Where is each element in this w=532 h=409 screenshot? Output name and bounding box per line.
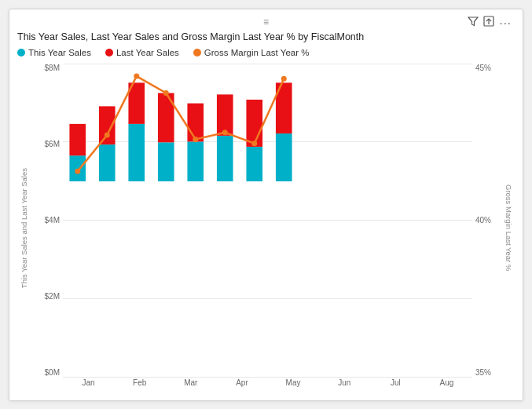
x-label-Feb: Feb [114,378,165,394]
y-axis-left-label: This Year Sales and Last Year Sales [20,168,28,288]
legend-dot-last-year [105,49,113,57]
gm-dot-Jan [75,168,80,173]
more-icon[interactable]: ··· [499,16,512,29]
svg-marker-0 [468,17,478,26]
bar-this-year-Jul [246,147,262,181]
y-tick-8m: $8M [45,64,60,72]
x-label-Aug: Aug [421,378,472,394]
bar-this-year-Feb [99,144,116,181]
legend-dot-this-year [17,49,25,57]
legend-label-this-year: This Year Sales [28,48,91,57]
legend-item-gross-margin: Gross Margin Last Year % [193,48,310,57]
x-label-Jan: Jan [63,378,114,394]
y-tick-6m: $6M [45,140,60,148]
y-tick-0m: $0M [45,368,60,377]
legend-item-last-year: Last Year Sales [105,48,179,57]
drag-handle-icon[interactable]: ≡ [263,16,269,27]
bar-this-year-Aug [276,133,292,181]
y-tick-40pct: 40% [475,216,491,225]
gm-dot-Apr [163,90,169,96]
gm-dot-Feb [105,132,110,137]
gm-dot-Aug [281,76,287,82]
legend-item-this-year: This Year Sales [17,48,91,57]
bar-this-year-Apr [158,142,174,181]
x-label-Mar: Mar [165,378,216,394]
bar-this-year-Jun [217,136,233,181]
y-tick-2m: $2M [45,292,60,301]
legend-label-last-year: Last Year Sales [116,48,179,57]
bar-this-year-Mar [128,124,145,181]
bar-last-year-Jul [246,100,262,147]
y-axis-right-label: Gross Margin Last Year % [504,184,513,271]
bar-last-year-Jun [217,94,233,136]
chart-title: This Year Sales, Last Year Sales and Gro… [17,31,515,43]
gm-dot-Mar [134,73,139,79]
y-axis-left: $8M $6M $4M $2M $0M [30,62,63,394]
chart-inner: JanFebMarAprMayJunJulAug [63,62,472,394]
legend-label-gross-margin: Gross Margin Last Year % [204,48,310,57]
chart-area: This Year Sales and Last Year Sales $8M … [17,62,515,394]
x-label-May: May [268,378,319,394]
bar-this-year-Jan [69,155,86,181]
x-label-Jul: Jul [370,378,421,394]
x-label-Jun: Jun [319,378,370,394]
top-bar: ≡ ··· [17,16,515,29]
y-axis-right-label-wrap: Gross Margin Last Year % [502,62,515,394]
bar-last-year-Jan [69,124,86,155]
y-axis-left-label-wrap: This Year Sales and Last Year Sales [17,62,30,394]
bar-last-year-May [187,103,204,141]
bar-this-year-May [187,141,204,181]
gm-dot-Jul [251,141,257,146]
gm-dot-Jun [222,130,228,135]
export-icon[interactable] [483,16,494,29]
y-axis-right: 45% 40% 35% [472,62,502,394]
y-tick-35pct: 35% [475,368,491,377]
gm-dot-May [193,137,198,142]
x-axis-labels: JanFebMarAprMayJunJulAug [63,378,472,394]
x-label-Apr: Apr [216,378,267,394]
filter-icon[interactable] [468,16,479,29]
chart-legend: This Year Sales Last Year Sales Gross Ma… [17,48,515,57]
y-tick-45pct: 45% [475,64,491,72]
grid-line-4 [63,377,472,378]
legend-dot-gross-margin [193,49,201,57]
grid-line-3 [63,298,472,299]
grid-line-2 [63,220,472,221]
chart-svg [63,64,299,181]
chart-card: ≡ ··· This Year Sales, Last Year Sales a… [9,9,523,401]
y-tick-4m: $4M [45,216,60,225]
